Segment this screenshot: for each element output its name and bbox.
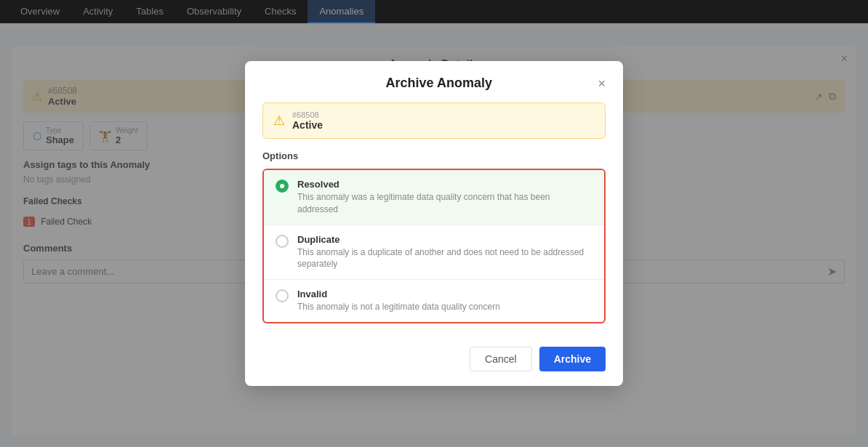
option-duplicate-text: Duplicate This anomaly is a duplicate of…: [297, 234, 592, 271]
cancel-button[interactable]: Cancel: [470, 347, 532, 371]
modal-anomaly-status: Active: [292, 119, 323, 131]
option-invalid-label: Invalid: [297, 289, 592, 299]
option-invalid-text: Invalid This anomaly is not a legitimate…: [297, 289, 592, 313]
radio-resolved: [276, 180, 289, 193]
modal-anomaly-id: #68508: [292, 110, 323, 119]
options-box: Resolved This anomaly was a legitimate d…: [262, 169, 606, 323]
modal-body: Options Resolved This anomaly was a legi…: [245, 150, 623, 338]
option-resolved-text: Resolved This anomaly was a legitimate d…: [297, 179, 592, 216]
option-resolved[interactable]: Resolved This anomaly was a legitimate d…: [264, 170, 604, 225]
archive-modal: Archive Anomaly × ⚠ #68508 Active Option…: [245, 61, 623, 386]
option-duplicate[interactable]: Duplicate This anomaly is a duplicate of…: [264, 225, 604, 281]
modal-footer: Cancel Archive: [245, 338, 623, 386]
option-duplicate-desc: This anomaly is a duplicate of another a…: [297, 246, 592, 271]
modal-overlay: Archive Anomaly × ⚠ #68508 Active Option…: [0, 0, 868, 447]
option-invalid[interactable]: Invalid This anomaly is not a legitimate…: [264, 280, 604, 322]
radio-duplicate: [276, 235, 289, 248]
option-duplicate-label: Duplicate: [297, 234, 592, 245]
modal-title: Archive Anomaly: [280, 76, 598, 91]
radio-invalid: [276, 289, 289, 302]
modal-warning-icon: ⚠: [273, 113, 285, 129]
option-invalid-desc: This anomaly is not a legitimate data qu…: [297, 301, 592, 313]
archive-button[interactable]: Archive: [539, 347, 606, 371]
option-resolved-desc: This anomaly was a legitimate data quali…: [297, 191, 592, 216]
option-resolved-label: Resolved: [297, 179, 592, 190]
modal-close-button[interactable]: ×: [598, 77, 606, 90]
modal-anomaly-banner: ⚠ #68508 Active: [262, 102, 606, 139]
options-label: Options: [262, 150, 606, 161]
modal-header: Archive Anomaly ×: [245, 61, 623, 91]
